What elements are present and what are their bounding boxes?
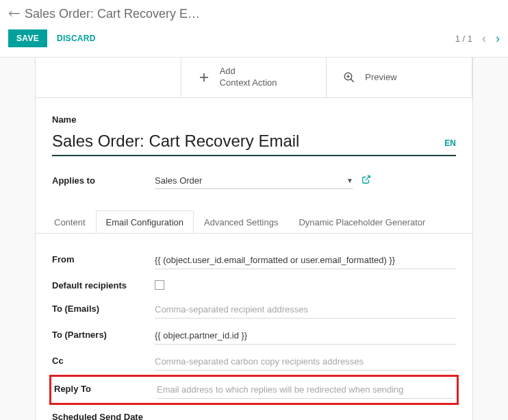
applies-to-value: Sales Order <box>155 175 342 186</box>
pager-prev-icon[interactable]: ‹ <box>482 32 486 46</box>
svg-line-3 <box>351 79 354 82</box>
preview-label: Preview <box>365 72 396 82</box>
add-context-label: Add Context Action <box>220 66 277 89</box>
name-input[interactable] <box>52 129 433 153</box>
preview-button[interactable]: Preview <box>327 58 472 97</box>
tab-advanced[interactable]: Advanced Settings <box>194 210 288 234</box>
action-bar: SAVE DISCARD 1 / 1 ‹ › <box>0 25 508 58</box>
top-actions: Add Context Action Preview <box>36 58 472 98</box>
to-emails-label: To (Emails) <box>52 301 155 315</box>
caret-down-icon: ▼ <box>346 177 353 184</box>
breadcrumb: 🡐 Sales Order: Cart Recovery E… <box>0 0 508 25</box>
from-label: From <box>52 251 155 266</box>
top-action-empty <box>36 58 181 97</box>
field-grid: From Default recipients To (Emails) To (… <box>52 234 456 420</box>
from-input[interactable] <box>155 251 456 269</box>
to-emails-input[interactable] <box>155 301 456 319</box>
svg-line-6 <box>366 176 370 180</box>
tab-dynamic[interactable]: Dynamic Placeholder Generator <box>288 210 435 234</box>
cc-input[interactable] <box>155 353 456 371</box>
applies-to-select[interactable]: Sales Order ▼ <box>155 173 353 189</box>
action-left: SAVE DISCARD <box>8 29 96 47</box>
add-context-action-button[interactable]: Add Context Action <box>181 58 327 97</box>
default-recipients-checkbox[interactable] <box>155 280 164 290</box>
external-link-icon[interactable] <box>361 175 371 186</box>
language-button[interactable]: EN <box>444 138 456 153</box>
pager-text: 1 / 1 <box>455 34 472 44</box>
add-context-line1: Add <box>220 66 277 77</box>
name-label: Name <box>52 114 76 125</box>
tab-email-config[interactable]: Email Configuration <box>96 210 194 234</box>
to-partners-input[interactable] <box>155 327 456 345</box>
reply-to-highlight: Reply To <box>49 375 459 405</box>
pager-next-icon[interactable]: › <box>496 32 500 46</box>
zoom-in-icon <box>343 71 355 84</box>
breadcrumb-title: Sales Order: Cart Recovery E… <box>25 7 200 21</box>
action-right: 1 / 1 ‹ › <box>455 32 500 46</box>
save-button[interactable]: SAVE <box>8 29 47 47</box>
reply-to-input[interactable] <box>157 381 454 399</box>
applies-to-label: Applies to <box>52 175 155 186</box>
scheduled-date-input[interactable] <box>155 409 456 420</box>
plus-icon <box>198 71 210 84</box>
tab-content[interactable]: Content <box>44 210 96 234</box>
default-recipients-label: Default recipients <box>52 277 155 292</box>
back-arrow-icon[interactable]: 🡐 <box>8 7 21 21</box>
form-sheet: Add Context Action Preview Name EN Appli… <box>35 58 473 420</box>
add-context-line2: Context Action <box>220 77 277 89</box>
to-partners-label: To (Partners) <box>52 327 155 341</box>
reply-to-label: Reply To <box>54 381 157 395</box>
tabs: Content Email Configuration Advanced Set… <box>36 210 472 234</box>
cc-label: Cc <box>52 353 155 367</box>
discard-button[interactable]: DISCARD <box>57 34 96 43</box>
scheduled-date-label: Scheduled Send Date <box>52 409 155 420</box>
